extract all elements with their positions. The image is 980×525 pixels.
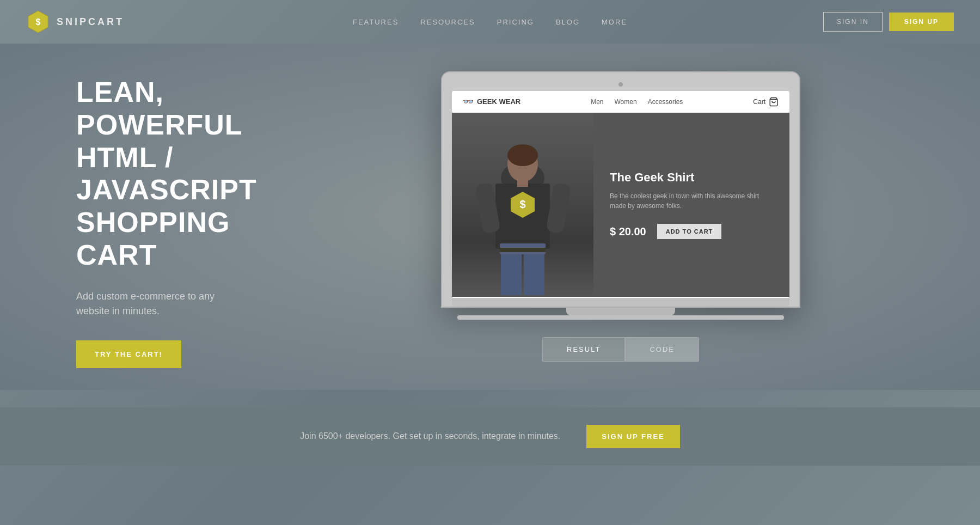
demo-nav-women: Women (615, 98, 637, 106)
logo-text: SNIPCART (57, 16, 124, 28)
svg-point-9 (507, 144, 538, 166)
shirt-logo: $ (507, 179, 538, 222)
signin-button[interactable]: SIGN IN (823, 12, 883, 32)
navbar-actions: SIGN IN SIGN UP (823, 12, 954, 32)
code-tab[interactable]: CODE (625, 337, 699, 362)
signup-free-button[interactable]: SIGN UP FREE (586, 425, 680, 448)
glasses-icon: 👓 (463, 96, 474, 107)
logo[interactable]: $ SNIPCART (26, 10, 124, 34)
nav-features[interactable]: FEATURES (353, 18, 399, 26)
laptop-camera (618, 82, 623, 87)
signup-button[interactable]: SIGN UP (889, 13, 954, 31)
hero-left: LEAN, POWERFUL HTML / JAVASCRIPT SHOPPIN… (76, 76, 338, 368)
hero-title-line2: HTML / JAVASCRIPT (76, 142, 257, 206)
cart-icon (769, 97, 779, 107)
demo-cart-label: Cart (753, 98, 765, 106)
demo-nav-accessories: Accessories (648, 98, 683, 106)
demo-product-info: The Geek Shirt Be the coolest geek in to… (593, 113, 789, 297)
demo-nav-men: Men (591, 98, 603, 106)
try-cart-button[interactable]: TRY THE CART! (76, 340, 181, 368)
result-code-tabs: RESULT CODE (542, 337, 699, 362)
demo-product-area: $ The Geek Shirt Be the coolest geek in … (452, 113, 789, 297)
svg-text:$: $ (36, 17, 41, 27)
svg-text:$: $ (519, 198, 525, 210)
nav-blog[interactable]: BLOG (556, 18, 580, 26)
demo-product-image: $ (452, 113, 593, 297)
banner-text: Join 6500+ developers. Get set up in sec… (300, 431, 560, 441)
nav-resources[interactable]: RESOURCES (420, 18, 475, 26)
demo-store-logo: 👓 GEEK WEAR (463, 96, 520, 107)
demo-nav: 👓 GEEK WEAR Men Women Accessories Cart (452, 91, 789, 113)
add-to-cart-button[interactable]: ADD TO CART (657, 224, 722, 239)
person-background: $ (452, 113, 593, 297)
laptop-mockup: 👓 GEEK WEAR Men Women Accessories Cart (441, 71, 800, 320)
hero-title: LEAN, POWERFUL HTML / JAVASCRIPT SHOPPIN… (76, 76, 316, 272)
nav-links: FEATURES RESOURCES PRICING BLOG MORE (353, 18, 627, 26)
hero-subtitle: Add custom e-commerce to anywebsite in m… (76, 289, 316, 319)
bottom-banner: Join 6500+ developers. Get set up in sec… (0, 407, 980, 466)
demo-store-name: GEEK WEAR (477, 97, 520, 106)
demo-product-name: The Geek Shirt (610, 170, 773, 185)
hero-title-line1: LEAN, POWERFUL (76, 76, 243, 141)
demo-store-nav: Men Women Accessories (591, 98, 683, 106)
laptop-base (452, 298, 789, 307)
result-tab[interactable]: RESULT (542, 337, 625, 362)
hero-section: LEAN, POWERFUL HTML / JAVASCRIPT SHOPPIN… (0, 44, 980, 390)
laptop-screen: 👓 GEEK WEAR Men Women Accessories Cart (452, 91, 789, 298)
laptop-foot (457, 315, 784, 320)
logo-icon: $ (26, 10, 50, 34)
nav-pricing[interactable]: PRICING (497, 18, 534, 26)
navbar: $ SNIPCART FEATURES RESOURCES PRICING BL… (0, 0, 980, 44)
hero-right: 👓 GEEK WEAR Men Women Accessories Cart (338, 71, 904, 362)
laptop-stand (566, 308, 675, 315)
demo-product-price: $ 20.00 (610, 225, 646, 238)
laptop-outer: 👓 GEEK WEAR Men Women Accessories Cart (441, 71, 800, 308)
demo-price-row: $ 20.00 ADD TO CART (610, 224, 773, 239)
svg-rect-13 (500, 248, 546, 252)
demo-product-desc: Be the coolest geek in town with this aw… (610, 191, 773, 211)
hero-title-line3: SHOPPING CART (76, 206, 230, 271)
nav-more[interactable]: MORE (602, 18, 627, 26)
demo-cart: Cart (753, 97, 779, 107)
